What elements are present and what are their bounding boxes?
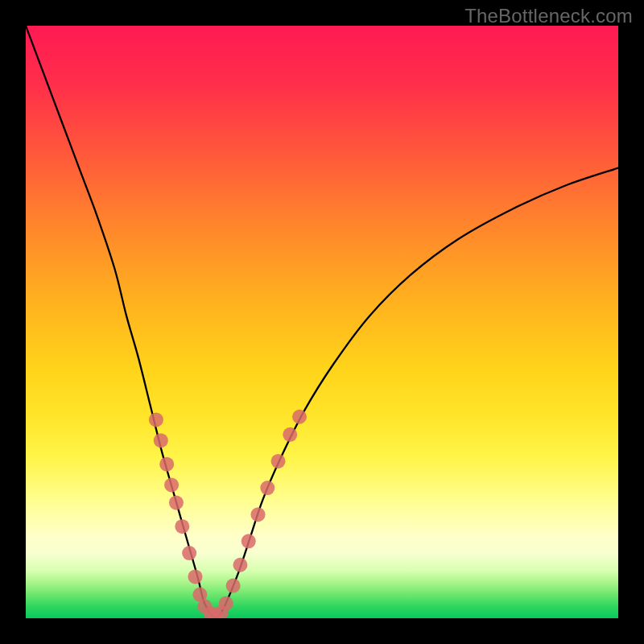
marker-group <box>149 410 307 618</box>
data-marker <box>169 495 184 510</box>
chart-frame: TheBottleneck.com <box>0 0 644 644</box>
data-marker <box>271 454 286 469</box>
data-marker <box>292 410 307 424</box>
data-marker <box>251 507 266 522</box>
data-marker <box>159 457 174 472</box>
data-marker <box>226 579 241 593</box>
data-marker <box>242 534 256 548</box>
data-marker <box>164 477 179 492</box>
data-marker <box>283 427 297 442</box>
data-marker <box>175 519 189 534</box>
data-marker <box>260 481 275 495</box>
data-marker <box>182 546 196 560</box>
data-marker <box>154 433 168 448</box>
data-marker <box>233 558 247 572</box>
bottleneck-curve <box>26 26 618 618</box>
curve-layer <box>26 26 618 618</box>
plot-area <box>26 26 618 618</box>
data-marker <box>149 412 163 427</box>
attribution-text: TheBottleneck.com <box>464 5 633 27</box>
data-marker <box>188 569 203 584</box>
data-marker <box>219 597 233 611</box>
